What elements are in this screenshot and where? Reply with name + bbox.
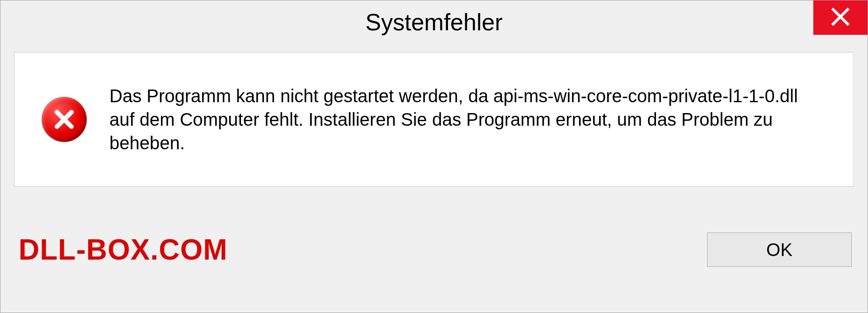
error-dialog: Systemfehler Das Programm kann nicht ges… xyxy=(0,0,868,313)
error-icon xyxy=(42,97,87,142)
close-icon xyxy=(831,8,849,28)
content-panel: Das Programm kann nicht gestartet werden… xyxy=(14,52,854,187)
titlebar: Systemfehler xyxy=(0,0,868,44)
close-button[interactable] xyxy=(813,0,868,35)
watermark-text: DLL-BOX.COM xyxy=(19,233,228,266)
dialog-footer: DLL-BOX.COM OK xyxy=(0,187,868,313)
error-message: Das Programm kann nicht gestartet werden… xyxy=(109,84,810,155)
ok-button[interactable]: OK xyxy=(707,232,852,267)
dialog-title: Systemfehler xyxy=(365,9,502,36)
